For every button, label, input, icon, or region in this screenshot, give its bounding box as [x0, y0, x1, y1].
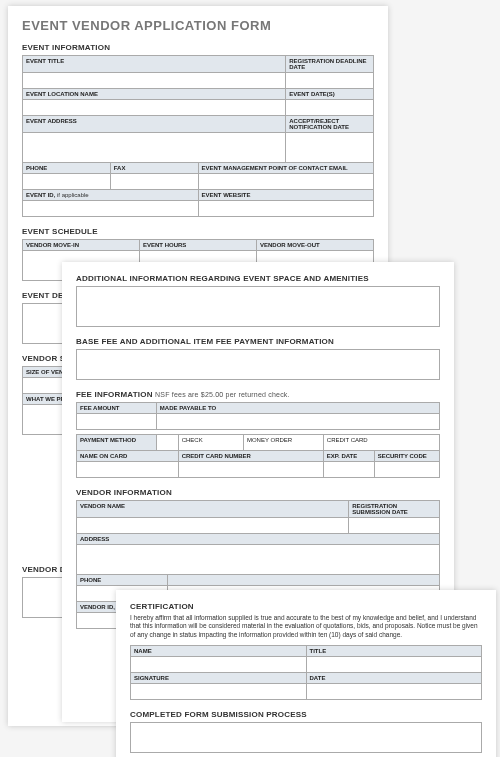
label-fax: FAX	[110, 163, 198, 174]
section-submission: COMPLETED FORM SUBMISSION PROCESS	[130, 710, 482, 719]
input-phone[interactable]	[23, 174, 111, 190]
label-event-website: EVENT WEBSITE	[198, 190, 374, 201]
label-phone: PHONE	[23, 163, 111, 174]
input-exp-date[interactable]	[323, 462, 374, 478]
input-event-title[interactable]	[23, 73, 286, 89]
section-add-info: ADDITIONAL INFORMATION REGARDING EVENT S…	[76, 274, 440, 283]
fee-table: FEE AMOUNT MADE PAYABLE TO	[76, 402, 440, 430]
label-vendor-phone: PHONE	[77, 575, 168, 586]
label-event-title: EVENT TITLE	[23, 56, 286, 73]
option-money-order[interactable]: MONEY ORDER	[243, 435, 323, 451]
label-reg-submission: REGISTRATION SUBMISSION DATE	[349, 501, 440, 518]
section-event-info: EVENT INFORMATION	[22, 43, 374, 52]
label-event-hours: EVENT HOURS	[140, 240, 257, 251]
input-event-website[interactable]	[198, 201, 374, 217]
label-cert-title: TITLE	[306, 646, 482, 657]
label-event-location: EVENT LOCATION NAME	[23, 89, 286, 100]
section-schedule: EVENT SCHEDULE	[22, 227, 374, 236]
label-mgmt-email: EVENT MANAGEMENT POINT OF CONTACT EMAIL	[198, 163, 374, 174]
label-sec-code: SECURITY CODE	[374, 451, 439, 462]
label-signature: SIGNATURE	[131, 673, 307, 684]
input-add-info[interactable]	[77, 287, 440, 327]
input-reg-deadline[interactable]	[286, 73, 374, 89]
option-check[interactable]: CHECK	[178, 435, 243, 451]
section-cert: CERTIFICATION	[130, 602, 482, 611]
label-cc-number: CREDIT CARD NUMBER	[178, 451, 323, 462]
input-event-id[interactable]	[23, 201, 199, 217]
input-mgmt-email[interactable]	[198, 174, 374, 190]
input-base-fee[interactable]	[77, 350, 440, 380]
label-cert-name: NAME	[131, 646, 307, 657]
label-event-id: EVENT ID, if applicable	[23, 190, 199, 201]
event-info-table: EVENT TITLE REGISTRATION DEADLINE DATE E…	[22, 55, 374, 217]
input-date[interactable]	[306, 684, 482, 700]
blank-hdr	[167, 575, 439, 586]
add-info-table	[76, 286, 440, 327]
section-fee-info: FEE INFORMATION NSF fees are $25.00 per …	[76, 390, 440, 399]
input-name-on-card[interactable]	[77, 462, 179, 478]
label-vendor-name: VENDOR NAME	[77, 501, 349, 518]
fee-note: NSF fees are $25.00 per returned check.	[155, 391, 290, 398]
label-event-address: EVENT ADDRESS	[23, 116, 286, 133]
page-3: CERTIFICATION I hereby affirm that all i…	[116, 590, 496, 757]
label-payment-method: PAYMENT METHOD	[77, 435, 157, 451]
input-address[interactable]	[77, 545, 440, 575]
input-cert-name[interactable]	[131, 657, 307, 673]
input-accept-reject[interactable]	[286, 133, 374, 163]
input-vendor-name[interactable]	[77, 518, 349, 534]
input-event-location[interactable]	[23, 100, 286, 116]
input-fee-amount[interactable]	[77, 414, 157, 430]
section-base-fee: BASE FEE AND ADDITIONAL ITEM FEE PAYMENT…	[76, 337, 440, 346]
label-exp-date: EXP. DATE	[323, 451, 374, 462]
form-title: EVENT VENDOR APPLICATION FORM	[22, 18, 374, 33]
input-reg-submission[interactable]	[349, 518, 440, 534]
submission-table	[130, 722, 482, 753]
input-event-dates[interactable]	[286, 100, 374, 116]
label-date: DATE	[306, 673, 482, 684]
base-fee-table	[76, 349, 440, 380]
label-accept-reject: ACCEPT/REJECT NOTIFICATION DATE	[286, 116, 374, 133]
input-cc-number[interactable]	[178, 462, 323, 478]
label-address: ADDRESS	[77, 534, 440, 545]
label-fee-amount: FEE AMOUNT	[77, 403, 157, 414]
label-made-payable: MADE PAYABLE TO	[156, 403, 439, 414]
option-credit-card[interactable]: CREDIT CARD	[323, 435, 439, 451]
certification-text: I hereby affirm that all information sup…	[130, 614, 482, 639]
label-move-in: VENDOR MOVE-IN	[23, 240, 140, 251]
label-name-on-card: NAME ON CARD	[77, 451, 179, 462]
label-reg-deadline: REGISTRATION DEADLINE DATE	[286, 56, 374, 73]
cert-table: NAME TITLE SIGNATURE DATE	[130, 645, 482, 700]
label-event-dates: EVENT DATE(S)	[286, 89, 374, 100]
input-submission[interactable]	[131, 723, 482, 753]
input-signature[interactable]	[131, 684, 307, 700]
input-cert-title[interactable]	[306, 657, 482, 673]
payment-table: PAYMENT METHOD CHECK MONEY ORDER CREDIT …	[76, 434, 440, 478]
input-event-address[interactable]	[23, 133, 286, 163]
input-made-payable[interactable]	[156, 414, 439, 430]
label-move-out: VENDOR MOVE-OUT	[257, 240, 374, 251]
section-vendor-info: VENDOR INFORMATION	[76, 488, 440, 497]
input-fax[interactable]	[110, 174, 198, 190]
input-sec-code[interactable]	[374, 462, 439, 478]
check-box-blank[interactable]	[156, 435, 178, 451]
